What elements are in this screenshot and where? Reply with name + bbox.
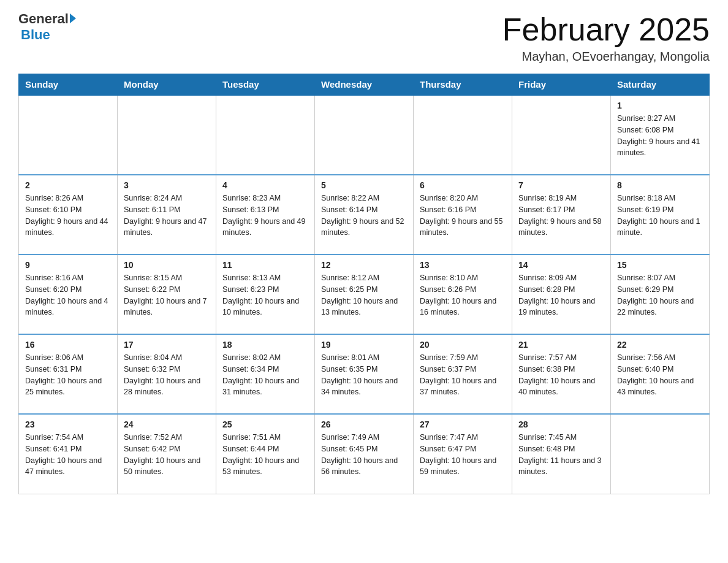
- calendar-table: SundayMondayTuesdayWednesdayThursdayFrid…: [18, 74, 710, 494]
- calendar-cell: 3Sunrise: 8:24 AM Sunset: 6:11 PM Daylig…: [118, 175, 216, 255]
- day-info: Sunrise: 7:47 AM Sunset: 6:47 PM Dayligh…: [420, 432, 506, 478]
- calendar-week-row: 16Sunrise: 8:06 AM Sunset: 6:31 PM Dayli…: [19, 334, 710, 414]
- calendar-cell: 13Sunrise: 8:10 AM Sunset: 6:26 PM Dayli…: [414, 255, 512, 334]
- calendar-cell: [414, 95, 512, 175]
- day-number: 9: [25, 260, 111, 270]
- day-number: 4: [222, 180, 308, 190]
- day-number: 7: [518, 180, 604, 190]
- calendar-cell: 12Sunrise: 8:12 AM Sunset: 6:25 PM Dayli…: [315, 255, 414, 334]
- calendar-cell: [118, 95, 216, 175]
- day-number: 17: [124, 340, 210, 350]
- day-number: 24: [124, 419, 210, 429]
- day-number: 22: [617, 340, 703, 350]
- day-number: 28: [518, 419, 604, 429]
- day-info: Sunrise: 7:59 AM Sunset: 6:37 PM Dayligh…: [420, 352, 506, 398]
- day-info: Sunrise: 8:16 AM Sunset: 6:20 PM Dayligh…: [25, 272, 111, 318]
- calendar-week-row: 23Sunrise: 7:54 AM Sunset: 6:41 PM Dayli…: [19, 414, 710, 494]
- calendar-cell: 24Sunrise: 7:52 AM Sunset: 6:42 PM Dayli…: [118, 414, 216, 494]
- calendar-cell: 27Sunrise: 7:47 AM Sunset: 6:47 PM Dayli…: [414, 414, 512, 494]
- calendar-cell: 1Sunrise: 8:27 AM Sunset: 6:08 PM Daylig…: [611, 95, 710, 175]
- day-info: Sunrise: 8:02 AM Sunset: 6:34 PM Dayligh…: [222, 352, 308, 398]
- logo-blue-text: Blue: [18, 27, 50, 43]
- day-number: 5: [321, 180, 407, 190]
- calendar-cell: 10Sunrise: 8:15 AM Sunset: 6:22 PM Dayli…: [118, 255, 216, 334]
- logo-arrow-icon: [70, 13, 76, 23]
- day-number: 6: [420, 180, 506, 190]
- calendar-cell: 26Sunrise: 7:49 AM Sunset: 6:45 PM Dayli…: [315, 414, 414, 494]
- day-number: 16: [25, 340, 111, 350]
- calendar-cell: 8Sunrise: 8:18 AM Sunset: 6:19 PM Daylig…: [611, 175, 710, 255]
- day-number: 26: [321, 419, 407, 429]
- calendar-cell: 5Sunrise: 8:22 AM Sunset: 6:14 PM Daylig…: [315, 175, 414, 255]
- calendar-cell: 4Sunrise: 8:23 AM Sunset: 6:13 PM Daylig…: [216, 175, 315, 255]
- calendar-week-row: 2Sunrise: 8:26 AM Sunset: 6:10 PM Daylig…: [19, 175, 710, 255]
- calendar-cell: 23Sunrise: 7:54 AM Sunset: 6:41 PM Dayli…: [19, 414, 118, 494]
- calendar-week-row: 9Sunrise: 8:16 AM Sunset: 6:20 PM Daylig…: [19, 255, 710, 334]
- weekday-header-sunday: Sunday: [19, 74, 118, 96]
- day-info: Sunrise: 8:20 AM Sunset: 6:16 PM Dayligh…: [420, 193, 506, 239]
- day-info: Sunrise: 8:06 AM Sunset: 6:31 PM Dayligh…: [25, 352, 111, 398]
- calendar-cell: 15Sunrise: 8:07 AM Sunset: 6:29 PM Dayli…: [611, 255, 710, 334]
- day-number: 8: [617, 180, 703, 190]
- calendar-cell: [512, 95, 611, 175]
- calendar-title-area: February 2025 Mayhan, OEvoerhangay, Mong…: [502, 12, 710, 64]
- calendar-cell: [19, 95, 118, 175]
- day-info: Sunrise: 7:49 AM Sunset: 6:45 PM Dayligh…: [321, 432, 407, 478]
- day-info: Sunrise: 8:13 AM Sunset: 6:23 PM Dayligh…: [222, 272, 308, 318]
- day-info: Sunrise: 8:22 AM Sunset: 6:14 PM Dayligh…: [321, 193, 407, 239]
- day-info: Sunrise: 8:07 AM Sunset: 6:29 PM Dayligh…: [617, 272, 703, 318]
- day-number: 2: [25, 180, 111, 190]
- calendar-cell: 7Sunrise: 8:19 AM Sunset: 6:17 PM Daylig…: [512, 175, 611, 255]
- weekday-header-tuesday: Tuesday: [216, 74, 315, 96]
- calendar-cell: 28Sunrise: 7:45 AM Sunset: 6:48 PM Dayli…: [512, 414, 611, 494]
- page-header: General Blue February 2025 Mayhan, OEvoe…: [18, 12, 710, 64]
- calendar-cell: 19Sunrise: 8:01 AM Sunset: 6:35 PM Dayli…: [315, 334, 414, 414]
- calendar-cell: 9Sunrise: 8:16 AM Sunset: 6:20 PM Daylig…: [19, 255, 118, 334]
- calendar-cell: 25Sunrise: 7:51 AM Sunset: 6:44 PM Dayli…: [216, 414, 315, 494]
- day-info: Sunrise: 8:12 AM Sunset: 6:25 PM Dayligh…: [321, 272, 407, 318]
- day-info: Sunrise: 8:10 AM Sunset: 6:26 PM Dayligh…: [420, 272, 506, 318]
- calendar-cell: [315, 95, 414, 175]
- day-info: Sunrise: 7:52 AM Sunset: 6:42 PM Dayligh…: [124, 432, 210, 478]
- day-number: 27: [420, 419, 506, 429]
- day-info: Sunrise: 8:01 AM Sunset: 6:35 PM Dayligh…: [321, 352, 407, 398]
- weekday-header-wednesday: Wednesday: [315, 74, 414, 96]
- calendar-cell: [216, 95, 315, 175]
- day-number: 12: [321, 260, 407, 270]
- day-info: Sunrise: 7:54 AM Sunset: 6:41 PM Dayligh…: [25, 432, 111, 478]
- calendar-cell: 17Sunrise: 8:04 AM Sunset: 6:32 PM Dayli…: [118, 334, 216, 414]
- day-info: Sunrise: 8:15 AM Sunset: 6:22 PM Dayligh…: [124, 272, 210, 318]
- day-info: Sunrise: 8:26 AM Sunset: 6:10 PM Dayligh…: [25, 193, 111, 239]
- day-info: Sunrise: 8:19 AM Sunset: 6:17 PM Dayligh…: [518, 193, 604, 239]
- day-number: 15: [617, 260, 703, 270]
- calendar-cell: [611, 414, 710, 494]
- day-number: 25: [222, 419, 308, 429]
- day-info: Sunrise: 8:04 AM Sunset: 6:32 PM Dayligh…: [124, 352, 210, 398]
- logo-general: General: [18, 12, 69, 26]
- logo: General Blue: [18, 12, 76, 43]
- calendar-cell: 16Sunrise: 8:06 AM Sunset: 6:31 PM Dayli…: [19, 334, 118, 414]
- day-info: Sunrise: 8:18 AM Sunset: 6:19 PM Dayligh…: [617, 193, 703, 239]
- day-info: Sunrise: 7:56 AM Sunset: 6:40 PM Dayligh…: [617, 352, 703, 398]
- day-info: Sunrise: 7:57 AM Sunset: 6:38 PM Dayligh…: [518, 352, 604, 398]
- weekday-header-saturday: Saturday: [611, 74, 710, 96]
- day-number: 20: [420, 340, 506, 350]
- day-number: 11: [222, 260, 308, 270]
- calendar-week-row: 1Sunrise: 8:27 AM Sunset: 6:08 PM Daylig…: [19, 95, 710, 175]
- calendar-month-year: February 2025: [502, 12, 710, 47]
- day-number: 14: [518, 260, 604, 270]
- day-info: Sunrise: 8:27 AM Sunset: 6:08 PM Dayligh…: [617, 113, 703, 159]
- calendar-cell: 6Sunrise: 8:20 AM Sunset: 6:16 PM Daylig…: [414, 175, 512, 255]
- calendar-cell: 11Sunrise: 8:13 AM Sunset: 6:23 PM Dayli…: [216, 255, 315, 334]
- calendar-cell: 20Sunrise: 7:59 AM Sunset: 6:37 PM Dayli…: [414, 334, 512, 414]
- day-info: Sunrise: 8:09 AM Sunset: 6:28 PM Dayligh…: [518, 272, 604, 318]
- day-number: 23: [25, 419, 111, 429]
- weekday-header-friday: Friday: [512, 74, 611, 96]
- day-number: 21: [518, 340, 604, 350]
- calendar-cell: 18Sunrise: 8:02 AM Sunset: 6:34 PM Dayli…: [216, 334, 315, 414]
- weekday-header-monday: Monday: [118, 74, 216, 96]
- day-info: Sunrise: 7:51 AM Sunset: 6:44 PM Dayligh…: [222, 432, 308, 478]
- day-info: Sunrise: 8:24 AM Sunset: 6:11 PM Dayligh…: [124, 193, 210, 239]
- weekday-header-thursday: Thursday: [414, 74, 512, 96]
- calendar-cell: 21Sunrise: 7:57 AM Sunset: 6:38 PM Dayli…: [512, 334, 611, 414]
